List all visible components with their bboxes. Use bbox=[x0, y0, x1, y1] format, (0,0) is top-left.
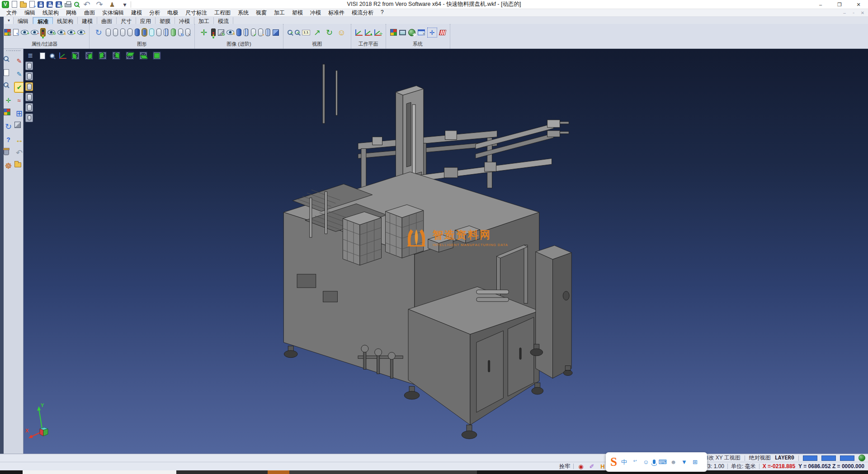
globe-icon[interactable] bbox=[859, 455, 865, 461]
view-camera-icon[interactable]: ☺ bbox=[337, 28, 347, 38]
tab-edit[interactable]: 编辑 bbox=[14, 17, 33, 24]
view-cube-back-left-icon[interactable] bbox=[98, 51, 107, 60]
ime-emoji-icon[interactable]: ☺ bbox=[642, 458, 650, 466]
view-cube-iso-icon[interactable] bbox=[152, 51, 161, 60]
adv-move-icon[interactable]: ✛ bbox=[199, 28, 209, 38]
move-axes-icon[interactable]: ✛ bbox=[4, 95, 14, 105]
refresh-visibility-icon[interactable]: ↻ bbox=[47, 30, 55, 35]
system-table-icon[interactable] bbox=[439, 30, 446, 35]
system-settings-icon[interactable]: ✛ bbox=[408, 29, 415, 36]
menu-flow[interactable]: 模流分析 bbox=[348, 9, 377, 17]
view-plane-icon[interactable] bbox=[40, 52, 45, 59]
filters-traffic-icon[interactable] bbox=[41, 28, 45, 36]
tab-progress[interactable]: 冲模 bbox=[175, 17, 194, 24]
ime-skin-icon[interactable]: ▼ bbox=[680, 458, 688, 466]
layer-filter-4[interactable] bbox=[25, 93, 33, 101]
active-layer-label[interactable]: LAYER0 bbox=[775, 455, 794, 461]
edit-delete-icon[interactable]: ✎ bbox=[14, 56, 24, 66]
dashed-hidden-mode-icon[interactable] bbox=[120, 28, 125, 36]
preview-icon[interactable] bbox=[74, 2, 79, 7]
taskbar-segment-orange[interactable] bbox=[268, 470, 289, 474]
zoom-solid-icon[interactable]: ± bbox=[4, 82, 9, 87]
save-icon[interactable] bbox=[38, 1, 44, 8]
menu-drawing[interactable]: 工程图 bbox=[211, 9, 234, 17]
adv-validate-icon[interactable]: ✔ bbox=[251, 28, 256, 36]
ime-account-icon[interactable]: ☻ bbox=[670, 458, 677, 466]
system-pick-icon[interactable]: ✛ bbox=[427, 28, 437, 38]
layer-filter-2[interactable] bbox=[25, 72, 33, 81]
section-mode-icon[interactable] bbox=[164, 28, 169, 36]
refresh-view-icon[interactable]: ↻ bbox=[4, 122, 14, 132]
taskbar[interactable] bbox=[0, 470, 868, 474]
system-colors-icon[interactable] bbox=[390, 29, 397, 36]
shade-options-icon[interactable]: ✕ bbox=[185, 28, 190, 36]
taskbar-segment-gray[interactable] bbox=[289, 470, 477, 474]
toolbar-options-icon[interactable]: ▾ bbox=[120, 0, 130, 9]
plane-handles-icon[interactable] bbox=[4, 69, 9, 76]
menu-solid-edit[interactable]: 实体编辑 bbox=[99, 9, 127, 17]
mdi-minimize-icon[interactable]: – bbox=[841, 10, 848, 15]
visi-logo-icon[interactable]: V bbox=[2, 1, 9, 8]
ime-punct-icon[interactable]: °’ bbox=[631, 458, 639, 466]
taskbar-segment-dark[interactable] bbox=[176, 470, 268, 474]
compass-wheel-icon[interactable]: ☸ bbox=[4, 161, 14, 171]
tab-dimension[interactable]: 尺寸 bbox=[117, 17, 136, 24]
restore-button[interactable]: ❐ bbox=[830, 0, 849, 9]
grid-window-icon[interactable]: ⊞ bbox=[14, 109, 24, 118]
menu-edit[interactable]: 编辑 bbox=[21, 9, 39, 17]
workplane-dynamic-icon[interactable]: ✛ bbox=[374, 29, 382, 36]
menu-system[interactable]: 系统 bbox=[234, 9, 252, 17]
sketch-circle-icon[interactable]: ✎ bbox=[14, 69, 24, 79]
adv-filters-icon[interactable] bbox=[211, 28, 216, 36]
show-entities-icon[interactable]: + bbox=[21, 30, 28, 35]
macro-icon[interactable]: ♟ bbox=[107, 0, 117, 9]
tab-modeling[interactable]: 建模 bbox=[78, 17, 97, 24]
layer-filter-1[interactable] bbox=[25, 62, 33, 70]
wireframe-mode-icon[interactable] bbox=[106, 28, 111, 36]
panel-grip[interactable] bbox=[6, 50, 20, 53]
tab-application[interactable]: 应用 bbox=[136, 17, 156, 24]
menu-progress[interactable]: 冲模 bbox=[307, 9, 325, 17]
help-icon[interactable]: ? bbox=[4, 135, 14, 145]
hide-entities-icon[interactable]: − bbox=[31, 30, 38, 35]
adv-solid-view-icon[interactable] bbox=[273, 29, 279, 36]
view-axis-icon[interactable] bbox=[59, 52, 66, 59]
menu-file[interactable]: 文件 bbox=[3, 9, 21, 17]
tab-flow[interactable]: 模流 bbox=[214, 17, 233, 24]
menu-dimension[interactable]: 尺寸标注 bbox=[182, 9, 211, 17]
shaded-edges-mode-icon[interactable] bbox=[142, 28, 147, 36]
layers-palette-icon[interactable] bbox=[4, 109, 10, 115]
regen-graphics-icon[interactable]: ↻ bbox=[94, 28, 104, 38]
save-all-icon[interactable]: ↻ bbox=[56, 1, 62, 8]
view-cube-bottom-icon[interactable] bbox=[139, 51, 148, 60]
menu-modeling[interactable]: 建模 bbox=[127, 9, 146, 17]
workplane-icon[interactable] bbox=[355, 29, 363, 36]
zoom-ratio-icon[interactable]: 1:1 bbox=[302, 30, 310, 35]
compare-mode-icon[interactable] bbox=[171, 28, 176, 36]
adv-toggle-icon[interactable]: ± bbox=[226, 30, 234, 35]
trash-icon[interactable] bbox=[4, 149, 9, 155]
tab-mould[interactable]: 塑膜 bbox=[156, 17, 175, 24]
toggle-visibility-icon[interactable]: ± bbox=[57, 30, 65, 35]
adv-tag-icon[interactable]: ▪ bbox=[258, 28, 263, 36]
tab-dropdown-icon[interactable]: ▼ bbox=[5, 17, 14, 24]
import-file-icon[interactable]: » bbox=[29, 1, 35, 8]
print-icon[interactable] bbox=[65, 3, 71, 7]
ime-mic-icon[interactable] bbox=[653, 460, 656, 464]
outline-mode-icon[interactable] bbox=[156, 28, 161, 36]
adv-slice-icon[interactable] bbox=[265, 28, 270, 36]
tab-surface[interactable]: 曲面 bbox=[97, 17, 117, 24]
menu-standard-parts[interactable]: 标准件 bbox=[325, 9, 348, 17]
view-mode-status[interactable]: 绝对视图 bbox=[749, 454, 771, 462]
redo-icon[interactable]: ↷ bbox=[94, 0, 104, 9]
layer-filter-6[interactable] bbox=[25, 114, 33, 122]
hidden-line-mode-icon[interactable] bbox=[113, 28, 118, 36]
mdi-close-icon[interactable]: ✕ bbox=[859, 10, 866, 15]
zoom-in-icon[interactable]: + bbox=[288, 30, 292, 35]
menu-window[interactable]: 视窗 bbox=[252, 9, 270, 17]
view-cube-top-icon[interactable] bbox=[125, 51, 134, 60]
lock-status-label[interactable]: 拴牢 bbox=[559, 463, 570, 470]
adv-section-icon[interactable] bbox=[244, 28, 249, 36]
workplane-align-icon[interactable]: ▲ bbox=[365, 29, 372, 36]
menu-mould[interactable]: 塑模 bbox=[288, 9, 307, 17]
